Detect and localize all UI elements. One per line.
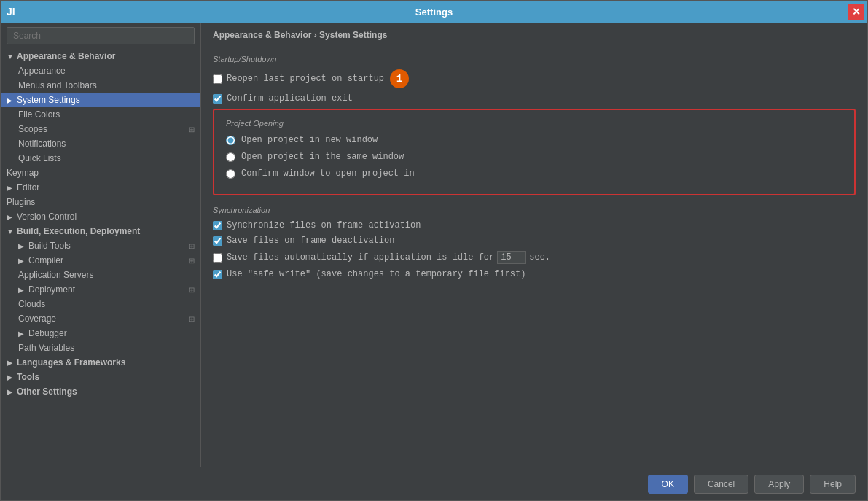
sidebar: ▼ Appearance & Behavior Appearance Menus… (1, 23, 201, 467)
app-logo: JI (7, 6, 15, 18)
radio-confirm-window-row: Confirm window to open project in (226, 168, 842, 179)
sidebar-item-label: Other Settings (17, 387, 77, 397)
external-icon: ⊞ (189, 315, 195, 323)
radio-same-window-label: Open project in the same window (241, 152, 404, 162)
sidebar-item-label: Clouds (18, 299, 45, 309)
sidebar-item-application-servers[interactable]: Application Servers (1, 268, 200, 282)
window-title: Settings (415, 7, 453, 18)
sync-label: Synchronization (213, 206, 856, 214)
sidebar-item-clouds[interactable]: Clouds (1, 297, 200, 311)
save-files-deactivation-checkbox[interactable] (213, 236, 222, 246)
sidebar-item-label: Version Control (17, 211, 77, 222)
sidebar-item-scopes[interactable]: Scopes ⊞ (1, 122, 200, 136)
reopen-last-project-row: Reopen last project on startup 1 (213, 69, 856, 88)
search-input[interactable] (7, 27, 195, 44)
sidebar-item-menus-toolbars[interactable]: Menus and Toolbars (1, 78, 200, 93)
sidebar-item-label: Application Servers (18, 270, 93, 280)
sidebar-item-label: Plugins (7, 197, 35, 207)
expand-arrow: ▶ (7, 388, 14, 396)
expand-arrow: ▶ (18, 242, 26, 250)
sidebar-item-label: Debugger (28, 328, 67, 338)
expand-arrow: ▶ (7, 359, 14, 367)
sidebar-item-path-variables[interactable]: Path Variables (1, 341, 200, 355)
radio-new-window[interactable] (226, 136, 235, 145)
sync-files-label: Synchronize files on frame activation (227, 220, 421, 230)
sidebar-item-label: Path Variables (18, 343, 74, 353)
sidebar-item-editor[interactable]: ▶ Editor (1, 180, 200, 195)
save-files-auto-row: Save files automatically if application … (213, 251, 856, 264)
sidebar-item-build-execution-deployment[interactable]: ▼ Build, Execution, Deployment (1, 224, 200, 238)
sidebar-item-build-tools[interactable]: ▶ Build Tools ⊞ (1, 238, 200, 253)
sidebar-item-label: Menus and Toolbars (18, 80, 97, 90)
sidebar-item-quick-lists[interactable]: Quick Lists (1, 151, 200, 166)
sidebar-item-label: Notifications (18, 139, 66, 149)
radio-same-window-row: Open project in the same window (226, 152, 842, 162)
radio-new-window-label: Open project in new window (241, 135, 378, 145)
collapse-arrow: ▶ (7, 184, 14, 192)
sidebar-item-other-settings[interactable]: ▶ Other Settings (1, 384, 200, 399)
sidebar-item-debugger[interactable]: ▶ Debugger (1, 326, 200, 341)
sidebar-item-label: Editor (17, 182, 39, 193)
close-button[interactable]: ✕ (848, 4, 864, 20)
sidebar-item-label: Deployment (28, 284, 75, 295)
cancel-button[interactable]: Cancel (694, 475, 748, 494)
sidebar-item-label: Keymap (7, 168, 39, 178)
expand-arrow: ▶ (18, 286, 26, 294)
annotation-badge-1: 1 (390, 69, 409, 88)
idle-timeout-input[interactable]: 15 (497, 251, 526, 264)
radio-new-window-row: Open project in new window (226, 135, 842, 145)
apply-button[interactable]: Apply (754, 475, 804, 494)
sync-files-row: Synchronize files on frame activation (213, 220, 856, 230)
sidebar-item-label: File Colors (18, 109, 60, 120)
help-button[interactable]: Help (810, 475, 856, 494)
sidebar-item-notifications[interactable]: Notifications (1, 136, 200, 151)
save-files-auto-checkbox[interactable] (213, 253, 222, 263)
sidebar-item-tools[interactable]: ▶ Tools (1, 370, 200, 384)
expand-arrow: ▶ (7, 373, 14, 381)
sync-section: Synchronization Synchronize files on fra… (213, 206, 856, 279)
sidebar-item-compiler[interactable]: ▶ Compiler ⊞ (1, 253, 200, 268)
settings-content: Startup/Shutdown Reopen last project on … (201, 46, 867, 467)
project-opening-box: Project Opening Open project in new wind… (213, 109, 856, 195)
reopen-last-project-checkbox[interactable] (213, 74, 222, 84)
sync-files-checkbox[interactable] (213, 221, 222, 230)
collapse-arrow: ▶ (7, 213, 14, 221)
sidebar-item-coverage[interactable]: Coverage ⊞ (1, 311, 200, 326)
collapse-arrow: ▼ (7, 53, 14, 61)
expand-arrow: ▶ (7, 96, 14, 104)
sidebar-item-label: Languages & Frameworks (17, 357, 125, 368)
sidebar-item-appearance-behavior[interactable]: ▼ Appearance & Behavior (1, 49, 200, 63)
sidebar-item-appearance[interactable]: Appearance (1, 63, 200, 78)
radio-confirm-window-label: Confirm window to open project in (241, 168, 415, 179)
project-opening-label: Project Opening (226, 119, 842, 128)
save-files-deactivation-row: Save files on frame deactivation (213, 236, 856, 246)
reopen-last-project-label: Reopen last project on startup (227, 74, 384, 84)
sidebar-item-label: Tools (17, 372, 39, 382)
sidebar-item-plugins[interactable]: Plugins (1, 195, 200, 209)
safe-write-checkbox[interactable] (213, 270, 222, 279)
sidebar-item-label: Coverage (18, 314, 56, 324)
external-icon: ⊞ (189, 286, 195, 294)
sidebar-item-label: Build Tools (28, 241, 71, 251)
startup-shutdown-label: Startup/Shutdown (213, 55, 856, 63)
sidebar-item-file-colors[interactable]: File Colors (1, 107, 200, 122)
ok-button[interactable]: OK (648, 475, 688, 494)
sidebar-item-label: Quick Lists (18, 153, 61, 163)
sidebar-item-system-settings[interactable]: ▶ System Settings (1, 93, 200, 107)
settings-window: JI Settings ✕ ▼ Appearance & Behavior Ap… (0, 0, 868, 501)
sidebar-item-label: Build, Execution, Deployment (17, 226, 140, 236)
sidebar-item-languages-frameworks[interactable]: ▶ Languages & Frameworks (1, 355, 200, 370)
collapse-arrow: ▼ (7, 228, 14, 236)
sidebar-item-version-control[interactable]: ▶ Version Control (1, 209, 200, 224)
radio-confirm-window[interactable] (226, 169, 235, 179)
external-icon: ⊞ (189, 125, 195, 133)
bottom-bar: OK Cancel Apply Help (1, 467, 867, 500)
sidebar-item-label: Scopes (18, 124, 47, 134)
radio-same-window[interactable] (226, 152, 235, 162)
sidebar-item-keymap[interactable]: Keymap (1, 166, 200, 180)
main-panel: Appearance & Behavior › System Settings … (201, 23, 867, 467)
safe-write-row: Use "safe write" (save changes to a temp… (213, 269, 856, 279)
sidebar-item-deployment[interactable]: ▶ Deployment ⊞ (1, 282, 200, 297)
sec-unit-label: sec. (529, 252, 550, 263)
confirm-exit-checkbox[interactable] (213, 94, 222, 104)
